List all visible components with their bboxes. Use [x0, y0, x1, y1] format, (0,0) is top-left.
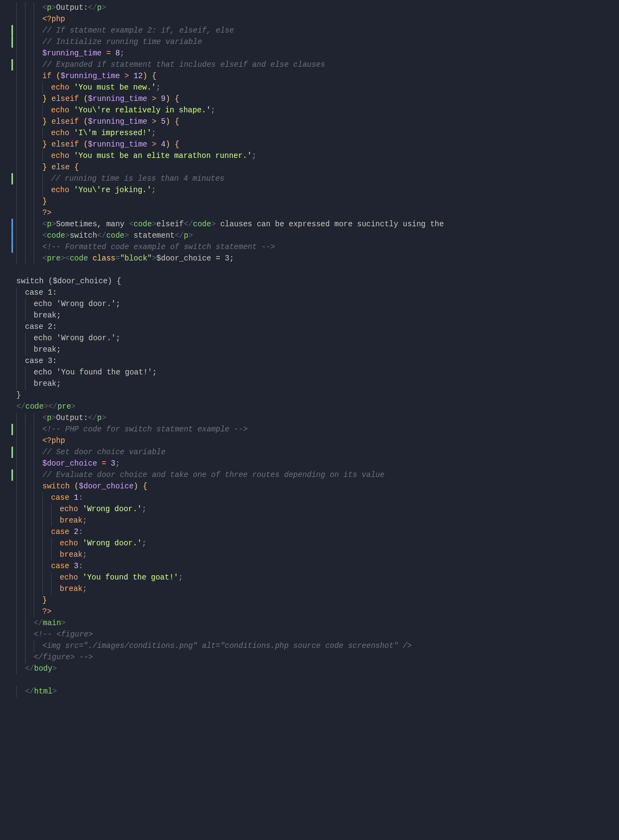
line-content[interactable]: echo 'You must be an elite marathon runn… — [51, 150, 619, 162]
line-content[interactable]: } elseif ($running_time > 4) { — [42, 139, 619, 150]
line-content[interactable]: $running_time = 8; — [42, 48, 619, 59]
line-content[interactable]: <p>Output:</p> — [42, 412, 619, 424]
code-line[interactable]: switch ($door_choice) { — [0, 276, 619, 287]
line-content[interactable]: break; — [34, 310, 619, 321]
line-content[interactable]: <!-- PHP code for switch statment exampl… — [42, 424, 619, 435]
code-line[interactable]: <p>Sometimes, many <code>elseif</code> c… — [0, 219, 619, 230]
code-line[interactable]: <img src="./images/conditions.png" alt="… — [0, 640, 619, 652]
line-content[interactable]: <p>Output:</p> — [42, 2, 619, 14]
code-line[interactable]: } elseif ($running_time > 5) { — [0, 116, 619, 128]
line-content[interactable]: // If statment example 2: if, elseif, el… — [42, 25, 619, 36]
line-content[interactable]: <?php — [42, 14, 619, 25]
code-line[interactable]: echo 'You found the goat!'; — [0, 367, 619, 378]
line-content[interactable]: // running time is less than 4 minutes — [51, 173, 619, 184]
line-content[interactable]: // Initialize running time variable — [42, 36, 619, 48]
line-content[interactable]: echo 'Wrong door.'; — [34, 333, 619, 344]
line-content[interactable]: case 3: — [51, 561, 619, 572]
line-content[interactable]: <!-- Formatted code example of switch st… — [42, 241, 619, 253]
line-content[interactable]: <img src="./images/conditions.png" alt="… — [42, 640, 619, 652]
line-content[interactable]: } — [42, 595, 619, 606]
code-line[interactable]: </body> — [0, 663, 619, 674]
code-line[interactable]: case 3: — [0, 355, 619, 367]
line-content[interactable]: echo 'Wrong door.'; — [60, 504, 619, 515]
code-line[interactable]: echo 'Wrong door.'; — [0, 333, 619, 344]
line-content[interactable] — [16, 674, 619, 686]
line-content[interactable]: echo 'Wrong door.'; — [60, 538, 619, 549]
line-content[interactable]: } else { — [42, 162, 619, 173]
line-content[interactable]: case 2: — [51, 526, 619, 538]
code-line[interactable]: } — [0, 595, 619, 606]
code-line[interactable]: break; — [0, 515, 619, 526]
code-line[interactable]: ?> — [0, 606, 619, 618]
code-line[interactable]: } — [0, 390, 619, 401]
line-content[interactable]: </main> — [34, 618, 619, 629]
code-line[interactable]: echo 'Wrong door.'; — [0, 298, 619, 310]
line-content[interactable]: echo 'I\'m impressed!'; — [51, 128, 619, 139]
line-content[interactable]: switch ($door_choice) { — [42, 481, 619, 492]
code-line[interactable]: $door_choice = 3; — [0, 458, 619, 469]
code-line[interactable]: <!-- PHP code for switch statment exampl… — [0, 424, 619, 435]
code-line[interactable] — [0, 674, 619, 686]
code-line[interactable]: } elseif ($running_time > 9) { — [0, 93, 619, 105]
line-content[interactable]: <!-- <figure> — [34, 629, 619, 640]
code-editor[interactable]: <p>Output:</p><?php// If statment exampl… — [0, 0, 619, 730]
code-line[interactable]: echo 'Wrong door.'; — [0, 538, 619, 549]
code-line[interactable]: </figure> --> — [0, 652, 619, 663]
code-line[interactable]: } elseif ($running_time > 4) { — [0, 139, 619, 150]
line-content[interactable]: } — [42, 196, 619, 207]
line-content[interactable]: // Set door choice variable — [42, 447, 619, 458]
code-line[interactable]: // Set door choice variable — [0, 447, 619, 458]
code-line[interactable]: echo 'You\'re joking.'; — [0, 184, 619, 196]
line-content[interactable]: echo 'You\'re joking.'; — [51, 184, 619, 196]
line-content[interactable] — [16, 264, 619, 276]
code-line[interactable]: echo 'I\'m impressed!'; — [0, 128, 619, 139]
line-content[interactable]: if ($running_time > 12) { — [42, 71, 619, 82]
line-content[interactable]: break; — [34, 344, 619, 355]
code-line[interactable]: </code></pre> — [0, 401, 619, 412]
code-line[interactable]: break; — [0, 310, 619, 321]
code-line[interactable]: case 2: — [0, 321, 619, 333]
code-line[interactable]: case 2: — [0, 526, 619, 538]
line-content[interactable]: echo 'You must be new.'; — [51, 82, 619, 93]
line-content[interactable]: case 3: — [25, 355, 619, 367]
code-line[interactable]: <?php — [0, 435, 619, 447]
code-line[interactable]: echo 'You found the goat!'; — [0, 572, 619, 583]
code-line[interactable]: <pre><code class="block">$door_choice = … — [0, 253, 619, 264]
code-line[interactable]: </html> — [0, 686, 619, 697]
code-line[interactable]: $running_time = 8; — [0, 48, 619, 59]
line-content[interactable]: </figure> --> — [34, 652, 619, 663]
line-content[interactable]: </html> — [25, 686, 619, 697]
line-content[interactable]: echo 'You found the goat!'; — [34, 367, 619, 378]
code-line[interactable]: case 1: — [0, 492, 619, 504]
line-content[interactable]: $door_choice = 3; — [42, 458, 619, 469]
code-line[interactable]: echo 'You must be an elite marathon runn… — [0, 150, 619, 162]
code-line[interactable]: ?> — [0, 207, 619, 219]
code-line[interactable]: } — [0, 196, 619, 207]
line-content[interactable]: echo 'You\'re relatively in shape.'; — [51, 105, 619, 116]
code-line[interactable]: if ($running_time > 12) { — [0, 71, 619, 82]
line-content[interactable]: } elseif ($running_time > 9) { — [42, 93, 619, 105]
code-line[interactable]: // If statment example 2: if, elseif, el… — [0, 25, 619, 36]
code-line[interactable]: // Evaluate door choice and take one of … — [0, 469, 619, 481]
code-line[interactable]: break; — [0, 549, 619, 561]
code-line[interactable]: break; — [0, 583, 619, 595]
line-content[interactable]: // Expanded if statement that includes e… — [42, 59, 619, 71]
line-content[interactable]: break; — [60, 549, 619, 561]
line-content[interactable]: <?php — [42, 435, 619, 447]
code-line[interactable]: echo 'Wrong door.'; — [0, 504, 619, 515]
line-content[interactable]: case 1: — [25, 287, 619, 298]
code-line[interactable]: } else { — [0, 162, 619, 173]
line-content[interactable]: case 1: — [51, 492, 619, 504]
line-content[interactable]: <p>Sometimes, many <code>elseif</code> c… — [42, 219, 619, 230]
line-content[interactable]: } elseif ($running_time > 5) { — [42, 116, 619, 128]
code-line[interactable]: break; — [0, 344, 619, 355]
line-content[interactable]: // Evaluate door choice and take one of … — [42, 469, 619, 481]
line-content[interactable]: break; — [60, 515, 619, 526]
line-content[interactable]: echo 'Wrong door.'; — [34, 298, 619, 310]
code-line[interactable]: case 1: — [0, 287, 619, 298]
code-line[interactable]: <p>Output:</p> — [0, 2, 619, 14]
line-content[interactable]: break; — [34, 378, 619, 390]
code-line[interactable]: <!-- <figure> — [0, 629, 619, 640]
code-line[interactable]: <p>Output:</p> — [0, 412, 619, 424]
code-line[interactable]: break; — [0, 378, 619, 390]
